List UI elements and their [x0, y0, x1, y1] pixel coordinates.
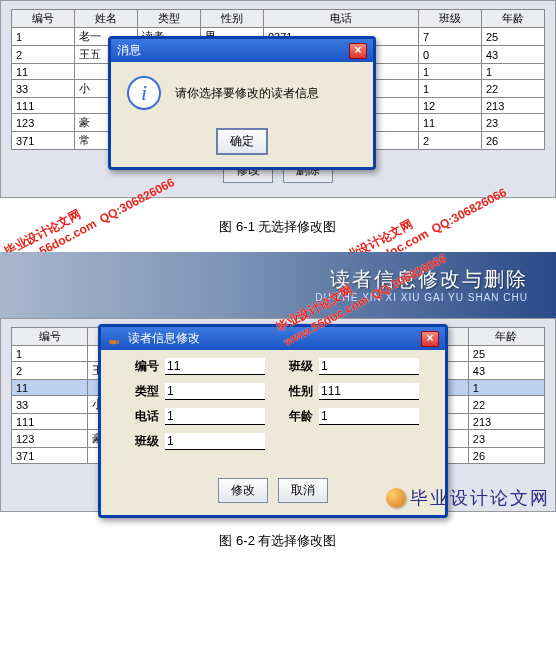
cell: 26 [468, 448, 544, 464]
cell: 12 [418, 98, 481, 114]
dialog-buttons: 确定 [111, 122, 373, 167]
col-header: 姓名 [74, 10, 137, 28]
figure-6-2: 读者信息修改与删除 DU ZHE XIN XI XIU GAI YU SHAN … [0, 252, 556, 512]
cell: 123 [12, 430, 88, 448]
logo-text: 毕业设计论文网 [410, 486, 550, 510]
col-header: 性别 [200, 10, 263, 28]
input-age[interactable] [319, 408, 419, 425]
cell: 111 [12, 98, 75, 114]
col-header: 年龄 [468, 328, 544, 346]
cell: 43 [468, 362, 544, 380]
cell: 2 [12, 46, 75, 64]
cell: 371 [12, 132, 75, 150]
cell: 7 [418, 28, 481, 46]
cell: 1 [481, 64, 544, 80]
cell: 22 [468, 396, 544, 414]
figure-6-1: 编号姓名类型性别电话班级年龄 1老一读者男03717252王五教师男135235… [0, 0, 556, 198]
cell: 25 [468, 346, 544, 362]
caption-6-2: 图 6-2 有选择修改图 [0, 532, 556, 550]
cell: 11 [12, 380, 88, 396]
cell: 33 [12, 396, 88, 414]
cell: 213 [468, 414, 544, 430]
label-id: 编号 [119, 358, 159, 375]
close-icon[interactable]: × [421, 331, 439, 347]
dialog-titlebar[interactable]: 消息 × [111, 39, 373, 62]
cell: 43 [481, 46, 544, 64]
cell: 11 [12, 64, 75, 80]
info-icon: i [127, 76, 161, 110]
cell: 213 [481, 98, 544, 114]
cell: 1 [12, 28, 75, 46]
cell: 371 [12, 448, 88, 464]
dialog-title: 消息 [117, 42, 141, 59]
cell: 111 [12, 414, 88, 430]
cell: 2 [418, 132, 481, 150]
cell: 1 [418, 64, 481, 80]
cell: 1 [468, 380, 544, 396]
col-header: 电话 [263, 10, 418, 28]
banner-title: 读者信息修改与删除 [330, 266, 528, 293]
java-icon [107, 332, 121, 346]
modify-button[interactable]: 修改 [218, 478, 268, 503]
close-icon[interactable]: × [349, 43, 367, 59]
banner: 读者信息修改与删除 DU ZHE XIN XI XIU GAI YU SHAN … [0, 252, 556, 318]
input-id[interactable] [165, 358, 265, 375]
cancel-button[interactable]: 取消 [278, 478, 328, 503]
logo-icon [386, 488, 406, 508]
dialog-title: 读者信息修改 [107, 330, 200, 347]
col-header: 年龄 [481, 10, 544, 28]
cell: 2 [12, 362, 88, 380]
dialog-titlebar[interactable]: 读者信息修改 × [101, 327, 445, 350]
cell: 26 [481, 132, 544, 150]
banner-subtitle: DU ZHE XIN XI XIU GAI YU SHAN CHU [315, 292, 528, 303]
label-sex: 性别 [273, 383, 313, 400]
input-sex[interactable] [319, 383, 419, 400]
col-header: 编号 [12, 10, 75, 28]
col-header: 类型 [137, 10, 200, 28]
input-class-top[interactable] [319, 358, 419, 375]
cell: 22 [481, 80, 544, 98]
dialog-body: i 请你选择要修改的读者信息 [111, 62, 373, 122]
cell: 0 [418, 46, 481, 64]
cell: 1 [418, 80, 481, 98]
label-type: 类型 [119, 383, 159, 400]
label-class: 班级 [273, 358, 313, 375]
input-class[interactable] [165, 433, 265, 450]
label-phone: 电话 [119, 408, 159, 425]
cell: 23 [481, 114, 544, 132]
label-class: 班级 [119, 433, 159, 450]
cell: 33 [12, 80, 75, 98]
caption-6-1: 图 6-1 无选择修改图 [0, 218, 556, 236]
col-header: 班级 [418, 10, 481, 28]
cell: 1 [12, 346, 88, 362]
message-dialog: 消息 × i 请你选择要修改的读者信息 确定 [108, 36, 376, 170]
col-header: 编号 [12, 328, 88, 346]
cell: 25 [481, 28, 544, 46]
cell: 23 [468, 430, 544, 448]
cell: 11 [418, 114, 481, 132]
cell: 123 [12, 114, 75, 132]
input-type[interactable] [165, 383, 265, 400]
input-phone[interactable] [165, 408, 265, 425]
site-logo: 毕业设计论文网 [386, 486, 550, 510]
edit-form: 编号 班级 类型 性别 电话 年龄 班级 [101, 350, 445, 450]
dialog-text: 请你选择要修改的读者信息 [175, 85, 319, 102]
label-age: 年龄 [273, 408, 313, 425]
ok-button[interactable]: 确定 [216, 128, 268, 155]
